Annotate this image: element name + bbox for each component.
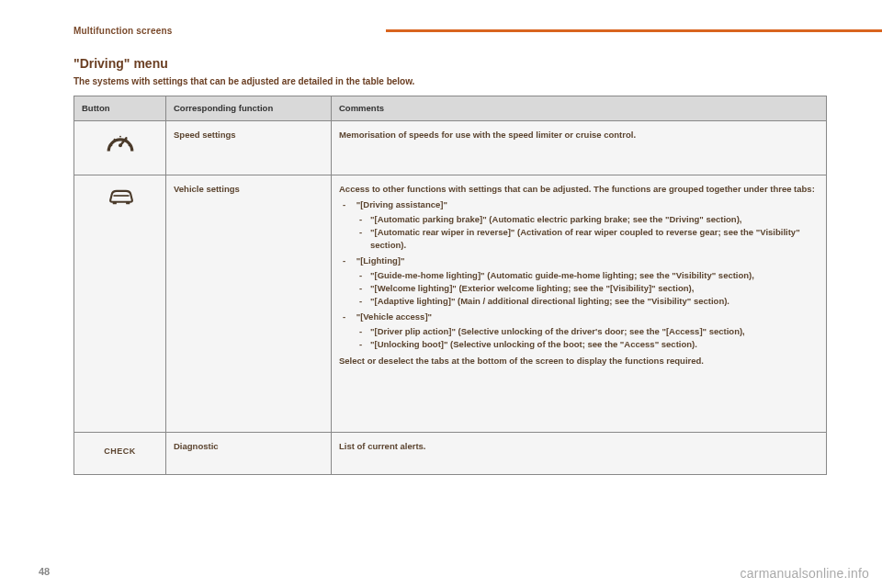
sub-item: "[Automatic rear wiper in reverse]" (Act…	[370, 226, 819, 252]
svg-rect-9	[126, 201, 130, 204]
svg-rect-8	[112, 201, 116, 204]
tab-label: "[Vehicle access]"	[356, 311, 432, 322]
button-cell	[74, 120, 166, 175]
tab-item: "[Driving assistance]" "[Automatic parki…	[354, 198, 819, 251]
table-header-row: Button Corresponding function Comments	[74, 96, 827, 121]
tab-item: "[Lighting]" "[Guide-me-home lighting]" …	[354, 254, 819, 307]
svg-point-1	[119, 143, 122, 147]
tab-sublist: "[Guide-me-home lighting]" (Automatic gu…	[354, 269, 819, 307]
svg-point-4	[119, 135, 121, 137]
intro-text: The systems with settings that can be ad…	[74, 76, 827, 86]
button-cell: CHECK	[74, 432, 166, 474]
sub-item: "[Guide-me-home lighting]" (Automatic gu…	[370, 269, 819, 282]
tab-item: "[Vehicle access]" "[Driver plip action]…	[354, 311, 819, 350]
page-heading: "Driving" menu	[74, 56, 827, 71]
function-cell: Diagnostic	[166, 432, 332, 474]
sub-item: "[Driver plip action]" (Selective unlock…	[370, 325, 819, 338]
watermark: carmanualsonline.info	[741, 566, 869, 581]
driving-menu-table: Button Corresponding function Comments	[74, 96, 827, 475]
tab-sublist: "[Automatic parking brake]" (Automatic e…	[354, 213, 819, 251]
car-icon	[106, 185, 135, 209]
speedometer-icon	[106, 130, 135, 154]
table-row: CHECK Diagnostic List of current alerts.	[74, 432, 827, 474]
function-cell: Speed settings	[166, 120, 332, 175]
sub-item: "[Adaptive lighting]" (Main / additional…	[370, 295, 819, 308]
svg-point-6	[128, 144, 130, 146]
comments-cell: List of current alerts.	[332, 432, 827, 474]
table-row: Speed settings Memorisation of speeds fo…	[74, 120, 827, 175]
function-cell: Vehicle settings	[166, 175, 332, 432]
orange-accent-bar	[386, 29, 882, 32]
page-number: 48	[39, 566, 50, 577]
sub-item: "[Welcome lighting]" (Exterior welcome l…	[370, 282, 819, 295]
tab-sublist: "[Driver plip action]" (Selective unlock…	[354, 325, 819, 351]
manual-page: Multifunction screens "Driving" menu The…	[0, 0, 882, 588]
th-button: Button	[74, 96, 166, 121]
th-comments: Comments	[332, 96, 827, 121]
comments-intro: Access to other functions with settings …	[339, 184, 815, 194]
comments-cell: Memorisation of speeds for use with the …	[332, 120, 827, 175]
button-cell	[74, 175, 166, 432]
tab-label: "[Lighting]"	[356, 255, 405, 266]
comments-outro: Select or deselect the tabs at the botto…	[339, 356, 704, 366]
sub-item: "[Automatic parking brake]" (Automatic e…	[370, 213, 819, 226]
sub-item: "[Unlocking boot]" (Selective unlocking …	[370, 338, 819, 351]
svg-point-3	[113, 139, 115, 141]
comments-cell: Access to other functions with settings …	[332, 175, 827, 432]
check-icon: CHECK	[104, 442, 136, 458]
svg-point-5	[125, 139, 127, 141]
table-row: Vehicle settings Access to other functio…	[74, 175, 827, 432]
th-function: Corresponding function	[166, 96, 332, 121]
tab-label: "[Driving assistance]"	[356, 199, 447, 209]
tabs-list: "[Driving assistance]" "[Automatic parki…	[339, 198, 819, 350]
svg-point-2	[110, 144, 112, 146]
